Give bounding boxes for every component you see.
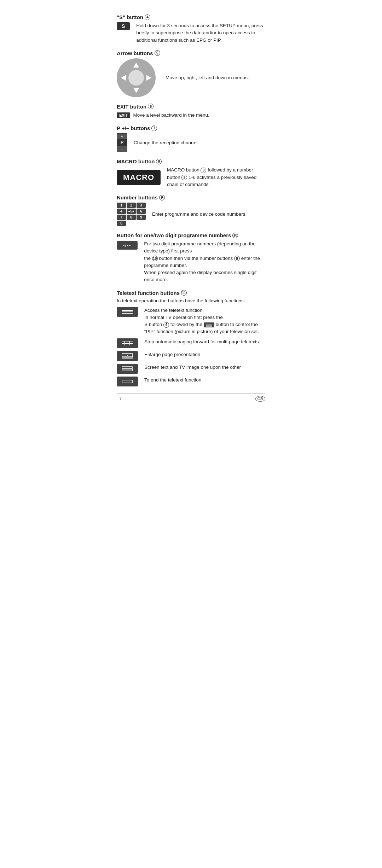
s-button-widget[interactable]: S [117,22,130,30]
num-btn-9[interactable]: 9 [137,215,146,220]
num-btn-5[interactable]: ●5● [127,209,136,214]
svg-rect-5 [122,310,133,311]
num-btn-4[interactable]: 4 [117,209,126,214]
arrow-center [128,70,144,86]
num-btn-3[interactable]: 3 [137,203,146,208]
arrow-down-icon[interactable] [133,87,139,94]
macro-num-9: 9 [181,175,187,180]
teletext-enlarge-btn[interactable]: + [117,351,138,361]
macro-button-row: MACRO MACRO button 8 followed by a numbe… [117,167,265,188]
macro-button-widget[interactable]: MACRO [117,170,161,185]
tele-s-num: 4 [163,322,169,328]
p-button-widget[interactable]: + P – [117,133,127,152]
s-button-row: S Hold down for 3 seconds to access the … [117,22,265,44]
teletext-item-3-desc: Enlarge page presentation [144,351,265,358]
num-btn-7[interactable]: 7 [117,215,126,220]
svg-rect-16 [129,341,130,345]
footer: - 7 - GB [117,396,265,402]
teletext-screen-btn[interactable] [117,364,138,374]
p-buttons-num: 7 [151,126,157,131]
arrow-buttons-row: Move up, right, left and down in menus. [117,58,265,97]
svg-rect-9 [206,324,212,325]
teletext-end-icon [121,378,134,385]
svg-rect-11 [206,326,212,327]
svg-rect-24 [121,378,134,385]
num-row-2: 4 ●5● 6 [117,209,146,214]
num-row-3: 7 8 9 [117,215,146,220]
digit-button-num: 10 [232,233,238,238]
p-buttons-section: P +/– buttons 7 + P – Change the recepti… [117,125,265,152]
num-row-4: 0 [117,221,146,226]
exit-button-num: 6 [148,104,154,109]
exit-button-section: EXIT button 6 EXIT Move a level backward… [117,104,265,119]
svg-rect-15 [125,341,125,345]
number-buttons-title: Number buttons 9 [117,194,265,200]
arrow-circle[interactable] [117,58,156,97]
number-buttons-row: 1 2 3 4 ●5● 6 7 8 9 0 Enter programme an… [117,203,265,226]
s-button-title: "S" button 4 [117,14,265,20]
number-buttons-label: Number buttons [117,194,158,200]
arrow-outer [117,58,156,97]
teletext-inline-icon [204,322,214,327]
digit-num-9: 9 [234,256,240,261]
teletext-intro: In teletext operation the buttons have t… [117,298,265,303]
teletext-num: 11 [181,290,187,296]
num-row-1: 1 2 3 [117,203,146,208]
num-btn-1[interactable]: 1 [117,203,126,208]
digit-button-desc: For two digit programme numbers (dependi… [144,240,265,284]
num-btn-8[interactable]: 8 [127,215,136,220]
teletext-stop-icon [121,340,134,346]
teletext-end-btn[interactable] [117,377,138,386]
exit-button-desc: Move a level backward in the menu. [133,112,265,119]
teletext-item-1-desc: Access the teletext function. In normal … [144,307,265,336]
number-buttons-section: Number buttons 9 1 2 3 4 ●5● 6 7 8 9 0 E [117,194,265,226]
digit-button-title: Button for one/two digit programme numbe… [117,232,265,238]
num-btn-2[interactable]: 2 [127,203,136,208]
num-btn-6[interactable]: 6 [137,209,146,214]
exit-button-widget[interactable]: EXIT [117,112,130,118]
teletext-item-2-desc: Stop automatic paging forward for multi-… [144,338,265,345]
macro-button-section: MACRO button 8 MACRO MACRO button 8 foll… [117,158,265,188]
p-buttons-label: P +/– buttons [117,125,150,131]
teletext-access-btn[interactable] [117,307,138,317]
teletext-item-2: Stop automatic paging forward for multi-… [117,338,265,348]
p-label: P [117,139,127,146]
teletext-item-4-desc: Screen text and TV image one upon the ot… [144,364,265,371]
svg-rect-10 [206,325,212,326]
digit-button-widget[interactable]: -/-- [117,241,138,250]
p-buttons-row: + P – Change the reception channel. [117,133,265,152]
teletext-enlarge-icon: + [121,353,134,359]
gb-badge: GB [255,396,266,402]
teletext-title: Teletext function buttons 11 [117,290,265,296]
teletext-item-5-desc: To end the teletext function. [144,377,265,384]
num-btn-0[interactable]: 0 [117,221,126,226]
macro-num-8: 8 [201,168,206,173]
digit-button-section: Button for one/two digit programme numbe… [117,232,265,284]
arrow-buttons-num: 5 [155,50,160,56]
number-buttons-num: 9 [159,195,165,200]
digit-button-row: -/-- For two digit programme numbers (de… [117,240,265,284]
s-button-num: 4 [145,14,150,20]
arrow-buttons-title: Arrow buttons 5 [117,50,265,56]
exit-button-row: EXIT Move a level backward in the menu. [117,112,265,119]
macro-button-num: 8 [156,159,162,164]
svg-rect-14 [122,343,133,344]
teletext-item-3: + Enlarge page presentation [117,351,265,361]
s-button-section: "S" button 4 S Hold down for 3 seconds t… [117,14,265,44]
teletext-label: Teletext function buttons [117,290,180,296]
digit-button-label: Button for one/two digit programme numbe… [117,232,231,238]
teletext-stop-btn[interactable] [117,338,138,348]
svg-marker-0 [133,63,139,68]
macro-button-label: MACRO button [117,158,155,164]
arrow-left-icon[interactable] [120,75,127,81]
teletext-item-4: Screen text and TV image one upon the ot… [117,364,265,374]
arrow-up-icon[interactable] [133,62,139,68]
svg-text:+: + [127,354,128,357]
teletext-section: Teletext function buttons 11 In teletext… [117,290,265,386]
svg-rect-13 [122,342,133,342]
arrow-buttons-desc: Move up, right, left and down in menus. [166,74,265,81]
arrow-right-icon[interactable] [146,75,152,81]
s-button-desc: Hold down for 3 seconds to access the SE… [136,22,265,44]
bottom-divider [117,394,265,394]
arrow-buttons-label: Arrow buttons [117,50,153,56]
